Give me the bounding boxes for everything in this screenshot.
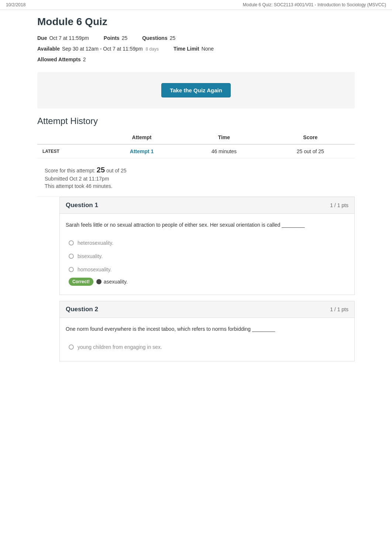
answer-option-1-2: homosexuality.: [66, 263, 348, 276]
question-block-1: Question 1 1 / 1 pts Sarah feels little …: [59, 197, 355, 295]
questions-container: Question 1 1 / 1 pts Sarah feels little …: [37, 197, 355, 361]
allowed-label: Allowed Attempts: [37, 55, 81, 64]
option-text-1-3: asexuality.: [104, 279, 128, 285]
col-header-score: Score: [266, 131, 355, 144]
attempt-history-title: Attempt History: [37, 116, 355, 126]
allowed-value: 2: [83, 55, 86, 64]
questions-label: Questions: [142, 34, 167, 43]
correct-badge-1: Correct!: [69, 278, 93, 286]
correct-row-1: Correct! asexuality.: [66, 276, 348, 287]
question-block-2: Question 2 1 / 1 pts One norm found ever…: [59, 301, 355, 361]
quiz-meta: Due Oct 7 at 11:59pm Points 25 Questions…: [37, 34, 355, 65]
submitted-line: Submitted Oct 2 at 11:17pm: [45, 176, 347, 182]
score-line: Score for this attempt: 25 out of 25: [45, 166, 347, 174]
attempt-row: LATEST Attempt 1 46 minutes 25 out of 25: [37, 144, 355, 158]
attempt-link-cell: Attempt 1: [102, 144, 182, 158]
page-title: Module 6 Quiz: [37, 16, 355, 28]
question-title-1: Question 1: [66, 202, 98, 209]
attempt-time: 46 minutes: [182, 144, 266, 158]
attempt-table-header: Attempt Time Score: [37, 131, 355, 144]
question-body-1: Sarah feels little or no sexual attracti…: [60, 214, 354, 295]
score-text: Score for this attempt:: [45, 168, 95, 174]
answer-options-1: heterosexuality. bisexuality. homosexual…: [66, 236, 348, 287]
score-out-of: out of 25: [106, 168, 127, 174]
meta-row-3: Allowed Attempts 2: [37, 55, 355, 64]
meta-time-limit: Time Limit None: [173, 44, 214, 54]
meta-allowed: Allowed Attempts 2: [37, 55, 86, 64]
radio-circle-1-3: [96, 279, 102, 284]
col-header-empty: [37, 131, 102, 144]
score-summary: Score for this attempt: 25 out of 25 Sub…: [37, 158, 355, 197]
question-header-2: Question 2 1 / 1 pts: [60, 301, 354, 318]
attempt-table: Attempt Time Score LATEST Attempt 1 46 m…: [37, 131, 355, 158]
meta-row-1: Due Oct 7 at 11:59pm Points 25 Questions…: [37, 34, 355, 43]
due-label: Due: [37, 34, 47, 43]
question-title-2: Question 2: [66, 306, 98, 313]
took-line: This attempt took 46 minutes.: [45, 183, 347, 189]
meta-questions: Questions 25: [142, 34, 175, 43]
question-pts-1: 1 / 1 pts: [330, 202, 348, 208]
score-number: 25: [97, 166, 105, 174]
meta-due: Due Oct 7 at 11:59pm: [37, 34, 89, 43]
attempt-1-link[interactable]: Attempt 1: [130, 148, 154, 154]
question-body-2: One norm found everywhere is the incest …: [60, 318, 354, 361]
option-text-1-2: homosexuality.: [78, 267, 111, 272]
meta-available: Available Sep 30 at 12am - Oct 7 at 11:5…: [37, 44, 159, 54]
option-text-1-0: heterosexuality.: [78, 240, 113, 246]
question-text-1: Sarah feels little or no sexual attracti…: [66, 221, 348, 229]
points-label: Points: [104, 34, 120, 43]
answer-options-2: young children from engaging in sex.: [66, 340, 348, 354]
col-header-attempt: Attempt: [102, 131, 182, 144]
radio-circle-1-2: [69, 267, 74, 272]
points-value: 25: [122, 34, 128, 43]
button-area: Take the Quiz Again: [37, 72, 355, 109]
radio-circle-1-1: [69, 254, 74, 259]
questions-value: 25: [170, 34, 176, 43]
answer-option-2-0: young children from engaging in sex.: [66, 340, 348, 354]
meta-row-2: Available Sep 30 at 12am - Oct 7 at 11:5…: [37, 44, 355, 54]
col-header-time: Time: [182, 131, 266, 144]
latest-label: LATEST: [37, 144, 102, 158]
available-label: Available: [37, 44, 60, 54]
due-value: Oct 7 at 11:59pm: [49, 34, 89, 43]
option-text-2-0: young children from engaging in sex.: [78, 344, 162, 350]
radio-circle-1-0: [69, 240, 74, 246]
question-pts-2: 1 / 1 pts: [330, 306, 348, 312]
top-course: Module 6 Quiz: SOC2113 #001/V01 - Introd…: [243, 2, 386, 7]
attempt-score: 25 out of 25: [266, 144, 355, 158]
top-date: 10/2/2018: [6, 2, 25, 7]
question-header-1: Question 1 1 / 1 pts: [60, 197, 354, 214]
available-value: Sep 30 at 12am - Oct 7 at 11:59pm 8 days: [62, 44, 159, 54]
question-text-2: One norm found everywhere is the incest …: [66, 325, 348, 333]
top-bar: 10/2/2018 Module 6 Quiz: SOC2113 #001/V0…: [0, 0, 392, 10]
page-content: Module 6 Quiz Due Oct 7 at 11:59pm Point…: [30, 10, 362, 373]
meta-points: Points 25: [104, 34, 127, 43]
radio-circle-2-0: [69, 344, 74, 350]
time-limit-label: Time Limit: [173, 44, 199, 54]
take-quiz-button[interactable]: Take the Quiz Again: [161, 83, 231, 97]
answer-option-1-1: bisexuality.: [66, 250, 348, 263]
answer-option-1-0: heterosexuality.: [66, 236, 348, 250]
option-text-1-1: bisexuality.: [78, 253, 103, 259]
time-limit-value: None: [202, 44, 214, 54]
